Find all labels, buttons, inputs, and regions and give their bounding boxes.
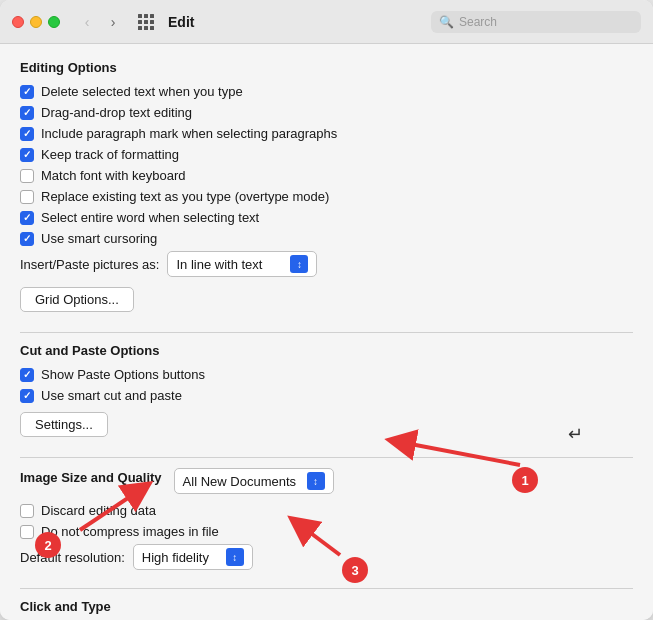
editing-options-section: Editing Options Delete selected text whe…: [20, 60, 633, 314]
option-match-font: Match font with keyboard: [20, 167, 633, 184]
image-size-title: Image Size and Quality: [20, 470, 162, 485]
apps-grid-icon[interactable]: [138, 14, 154, 30]
insert-paste-row: Insert/Paste pictures as: In line with t…: [20, 251, 633, 277]
grid-options-button[interactable]: Grid Options...: [20, 287, 134, 312]
option-keep-track: Keep track of formatting: [20, 146, 633, 163]
divider-1: [20, 332, 633, 333]
forward-button[interactable]: ›: [102, 11, 124, 33]
checkbox-smart-cut[interactable]: [20, 389, 34, 403]
image-size-header: Image Size and Quality All New Documents…: [20, 468, 633, 494]
label-drag-drop: Drag-and-drop text editing: [41, 105, 192, 120]
option-show-paste: Show Paste Options buttons: [20, 366, 633, 383]
window-title: Edit: [168, 14, 194, 30]
settings-button[interactable]: Settings...: [20, 412, 108, 437]
resolution-row: Default resolution: High fidelity ↕: [20, 544, 633, 570]
checkbox-delete-selected[interactable]: [20, 85, 34, 99]
option-smart-cursoring: Use smart cursoring: [20, 230, 633, 247]
insert-paste-dropdown[interactable]: In line with text ↕: [167, 251, 317, 277]
label-select-entire: Select entire word when selecting text: [41, 210, 259, 225]
titlebar: ‹ › Edit 🔍: [0, 0, 653, 44]
option-drag-drop: Drag-and-drop text editing: [20, 104, 633, 121]
checkbox-replace-existing[interactable]: [20, 190, 34, 204]
checkbox-no-compress[interactable]: [20, 525, 34, 539]
resolution-arrow: ↕: [226, 548, 244, 566]
label-show-paste: Show Paste Options buttons: [41, 367, 205, 382]
insert-paste-dropdown-arrow: ↕: [290, 255, 308, 273]
content-area: Editing Options Delete selected text whe…: [0, 44, 653, 620]
checkbox-discard-editing[interactable]: [20, 504, 34, 518]
divider-2: [20, 457, 633, 458]
image-scope-value: All New Documents: [183, 474, 301, 489]
label-no-compress: Do not compress images in file: [41, 524, 219, 539]
editing-options-title: Editing Options: [20, 60, 633, 75]
minimize-button[interactable]: [30, 16, 42, 28]
divider-3: [20, 588, 633, 589]
option-replace-existing: Replace existing text as you type (overt…: [20, 188, 633, 205]
label-smart-cut: Use smart cut and paste: [41, 388, 182, 403]
checkbox-select-entire[interactable]: [20, 211, 34, 225]
click-type-section: Click and Type Enable click and type Def…: [20, 599, 633, 620]
option-discard-editing: Discard editing data: [20, 502, 633, 519]
label-replace-existing: Replace existing text as you type (overt…: [41, 189, 329, 204]
traffic-lights: [12, 16, 60, 28]
checkbox-smart-cursoring[interactable]: [20, 232, 34, 246]
option-no-compress: Do not compress images in file: [20, 523, 633, 540]
option-smart-cut: Use smart cut and paste: [20, 387, 633, 404]
image-size-section: Image Size and Quality All New Documents…: [20, 468, 633, 570]
cut-paste-title: Cut and Paste Options: [20, 343, 633, 358]
maximize-button[interactable]: [48, 16, 60, 28]
image-scope-arrow: ↕: [307, 472, 325, 490]
label-include-paragraph: Include paragraph mark when selecting pa…: [41, 126, 337, 141]
checkbox-include-paragraph[interactable]: [20, 127, 34, 141]
content-wrapper: Editing Options Delete selected text whe…: [20, 60, 633, 620]
label-smart-cursoring: Use smart cursoring: [41, 231, 157, 246]
checkbox-match-font[interactable]: [20, 169, 34, 183]
option-select-entire: Select entire word when selecting text: [20, 209, 633, 226]
window: ‹ › Edit 🔍 Editing Options Delete select…: [0, 0, 653, 620]
option-include-paragraph: Include paragraph mark when selecting pa…: [20, 125, 633, 142]
insert-paste-label: Insert/Paste pictures as:: [20, 257, 159, 272]
search-input[interactable]: [459, 15, 633, 29]
back-button[interactable]: ‹: [76, 11, 98, 33]
search-box[interactable]: 🔍: [431, 11, 641, 33]
resolution-value: High fidelity: [142, 550, 220, 565]
cut-paste-section: Cut and Paste Options Show Paste Options…: [20, 343, 633, 439]
insert-paste-value: In line with text: [176, 257, 284, 272]
nav-buttons: ‹ ›: [76, 11, 124, 33]
label-keep-track: Keep track of formatting: [41, 147, 179, 162]
image-scope-dropdown[interactable]: All New Documents ↕: [174, 468, 334, 494]
option-delete-selected: Delete selected text when you type: [20, 83, 633, 100]
search-icon: 🔍: [439, 15, 454, 29]
checkbox-show-paste[interactable]: [20, 368, 34, 382]
label-match-font: Match font with keyboard: [41, 168, 186, 183]
click-type-title: Click and Type: [20, 599, 633, 614]
resolution-dropdown[interactable]: High fidelity ↕: [133, 544, 253, 570]
label-delete-selected: Delete selected text when you type: [41, 84, 243, 99]
checkbox-keep-track[interactable]: [20, 148, 34, 162]
checkbox-drag-drop[interactable]: [20, 106, 34, 120]
close-button[interactable]: [12, 16, 24, 28]
resolution-label: Default resolution:: [20, 550, 125, 565]
label-discard-editing: Discard editing data: [41, 503, 156, 518]
